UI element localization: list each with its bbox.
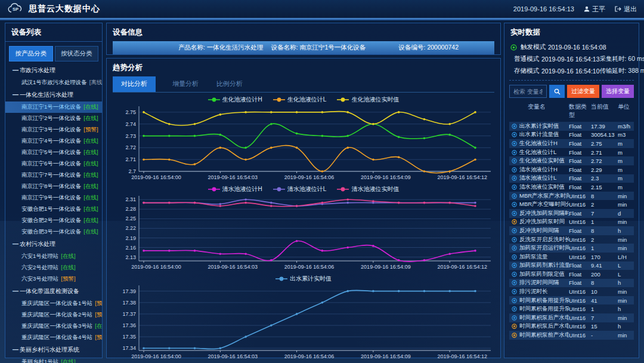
table-row[interactable]: 反洗泵开启反洗时长UInt162min — [509, 235, 634, 244]
variable-table-body: 出水累计实时值Float17.39m3/h出水累计流量值Float30054.1… — [509, 122, 634, 340]
chart-legend: 清水池液位计H清水池液位计L清水池液位实时值 — [112, 184, 496, 193]
table-row[interactable]: 时间累积备用提升泵时UInt161h — [509, 304, 634, 313]
table-row[interactable]: 清水池液位计HFloat2.29m — [509, 165, 634, 174]
device-group[interactable]: —一体化带温度检测设备 — [5, 285, 102, 298]
device-item[interactable]: 南京江宁8号一体化设备[在线] — [5, 181, 102, 192]
variable-unit: m — [618, 167, 634, 173]
device-item[interactable]: 安徽合肥1号一体化设备[在线] — [5, 204, 102, 215]
variable-name: 生化池液位计L — [519, 149, 569, 156]
table-row[interactable]: 生化池液位实时值Float2.72m — [509, 156, 634, 165]
device-item[interactable]: 南京江宁3号一体化设备[预警] — [5, 124, 102, 136]
device-item[interactable]: 重庆武隆区一体化设备3号站[在线] — [5, 321, 102, 332]
table-row[interactable]: 时间累积泵后产水电动阀分UInt167min — [509, 313, 634, 322]
tab-increment-analysis[interactable]: 增量分析 — [171, 76, 200, 92]
device-item[interactable]: 重庆武隆区一体化设备4号站[预警] — [5, 332, 102, 343]
table-row[interactable]: MBR产水空曝时间分UInt162min — [509, 200, 634, 209]
svg-text:2019-09-16 16:54:06: 2019-09-16 16:54:06 — [284, 353, 335, 359]
device-group[interactable]: —农村污水处理 — [5, 238, 102, 251]
device-item[interactable]: 南京江宁6号一体化设备[在线] — [5, 158, 102, 170]
header-datetime: 2019-09-16 16:54:13 — [513, 5, 574, 13]
table-row[interactable]: 排污泥时长UInt1610min — [509, 287, 634, 296]
tab-by-status[interactable]: 按状态分类 — [55, 46, 99, 61]
device-item[interactable]: 南京江宁9号一体化设备[在线] — [5, 192, 102, 204]
collapse-minus-icon[interactable]: — — [13, 288, 20, 294]
device-label: 武汉1号市政污水处理设备 — [21, 79, 87, 85]
table-row[interactable]: 出水累计流量值Float30054.13m3 — [509, 131, 634, 140]
device-group[interactable]: —市政污水处理 — [5, 64, 102, 77]
variable-type: Float — [569, 184, 591, 190]
device-item[interactable]: 安徽合肥2号一体化设备[在线] — [5, 215, 102, 226]
table-row[interactable]: 清水池液位计LFloat2.3m — [509, 174, 634, 183]
table-row[interactable]: 反冲洗时间间隔Float8h — [509, 226, 634, 235]
table-row[interactable]: 生化池液位计LFloat2.71m — [509, 148, 634, 157]
table-row[interactable]: 出水累计实时值Float17.39m3/h — [509, 122, 634, 131]
legend-item[interactable]: 生化池液位计L — [273, 96, 327, 104]
variable-value: 15 — [591, 323, 618, 330]
tab-compare-analysis[interactable]: 对比分析 — [113, 76, 156, 92]
filter-variables-button[interactable]: 过滤变量 — [567, 85, 599, 98]
user-name: 王平 — [592, 5, 605, 14]
collapse-minus-icon[interactable]: — — [13, 67, 20, 73]
legend-label: 清水池液位计H — [222, 185, 262, 193]
table-row[interactable]: 反冲洗加药泵时间UInt161min — [509, 218, 634, 227]
legend-item[interactable]: 生化池液位计H — [208, 96, 262, 104]
user-menu[interactable]: 王平 — [584, 5, 605, 14]
legend-item[interactable]: 生化池液位实时值 — [337, 96, 399, 104]
device-item[interactable]: 南京江宁2号一体化设备[在线] — [5, 113, 102, 124]
device-item[interactable]: 六安2号处理站[在线] — [5, 262, 102, 273]
legend-item[interactable]: 清水池液位实时值 — [337, 185, 399, 193]
device-item[interactable]: 南京江宁5号一体化设备[在线] — [5, 147, 102, 158]
search-input[interactable] — [509, 85, 547, 98]
table-row[interactable]: 时间累积泵后产水电动阀时UInt1615h — [509, 322, 634, 331]
legend-item[interactable]: 清水池液位计H — [208, 185, 262, 193]
variable-unit: min — [618, 236, 634, 243]
legend-item[interactable]: 出水累计实时值 — [275, 275, 332, 283]
device-group[interactable]: —美丽乡村污水处理系统 — [5, 343, 102, 356]
variable-target-icon — [512, 132, 517, 137]
tab-ratio-analysis[interactable]: 比例分析 — [215, 76, 244, 92]
device-item[interactable]: 武汉1号市政污水处理设备[离线] — [5, 77, 102, 88]
device-group[interactable]: —一体化生活污水处理 — [5, 88, 102, 101]
svg-text:2.7: 2.7 — [128, 168, 136, 174]
device-item[interactable]: 美丽乡村1号站[在线] — [5, 356, 102, 363]
table-row[interactable]: 加药泵药剂累计流量Float9.41L — [509, 262, 634, 270]
table-row[interactable]: 时间累积泵前产水电动阀分UInt16-min — [509, 331, 634, 340]
device-item[interactable]: 六安3号处理站[预警] — [5, 273, 102, 285]
tab-by-product[interactable]: 按产品分类 — [9, 46, 53, 61]
device-item[interactable]: 六安1号处理站[在线] — [5, 251, 102, 262]
trend-analysis-panel: 趋势分析 对比分析 增量分析 比例分析 生化池液位计H生化池液位计L生化池液位实… — [106, 58, 501, 358]
device-item[interactable]: 南京江宁1号一体化设备[在线] — [5, 101, 102, 113]
select-variables-button[interactable]: 选择变量 — [602, 85, 634, 98]
table-row[interactable]: 加药泵药剂限定值Float200L — [509, 270, 634, 279]
variable-value: 17.39 — [591, 123, 618, 130]
table-row[interactable]: 加药泵流量UInt16170L/H — [509, 253, 634, 262]
variable-unit: m — [618, 175, 634, 182]
device-label: 安徽合肥1号一体化设备 — [21, 205, 81, 212]
variable-unit: h — [618, 279, 634, 286]
device-item[interactable]: 南京江宁4号一体化设备[在线] — [5, 136, 102, 147]
table-row[interactable]: 排污泥时间间隔Float8h — [509, 279, 634, 288]
device-item[interactable]: 重庆武隆区一体化设备1号站[预警] — [5, 298, 102, 309]
table-row[interactable]: 清水池液位实时值Float2.15m — [509, 183, 634, 192]
table-row[interactable]: MBR产水泵产水时间分UInt168min — [509, 192, 634, 201]
legend-item[interactable]: 清水池液位计L — [273, 185, 327, 193]
logout-button[interactable]: 退出 — [615, 5, 637, 14]
table-row[interactable]: 加药泵开启运行时间UInt161min — [509, 244, 634, 253]
svg-text:17.35: 17.35 — [122, 334, 136, 340]
device-item[interactable]: 安徽合肥3号一体化设备[在线] — [5, 226, 102, 238]
variable-name: 反洗泵开启反洗时长 — [519, 236, 569, 244]
device-item[interactable]: 重庆武隆区一体化设备2号站[预警] — [5, 309, 102, 321]
collapse-minus-icon[interactable]: — — [13, 346, 20, 353]
search-button[interactable] — [549, 85, 565, 98]
svg-text:2.74: 2.74 — [125, 121, 136, 127]
variable-value: 1 — [591, 306, 618, 312]
status-badge: [在线] — [83, 103, 98, 110]
status-badge: [预警] — [61, 275, 75, 282]
collapse-minus-icon[interactable]: — — [13, 241, 20, 247]
table-row[interactable]: 反冲洗加药泵间隔时间Float7d — [509, 209, 634, 218]
collapse-minus-icon[interactable]: — — [13, 91, 20, 98]
table-row[interactable]: 时间累积备用提升泵分UInt1641min — [509, 296, 634, 305]
device-list-title: 设备列表 — [5, 23, 102, 42]
table-row[interactable]: 生化池液位计HFloat2.75m — [509, 139, 634, 148]
device-item[interactable]: 南京江宁7号一体化设备[在线] — [5, 170, 102, 181]
